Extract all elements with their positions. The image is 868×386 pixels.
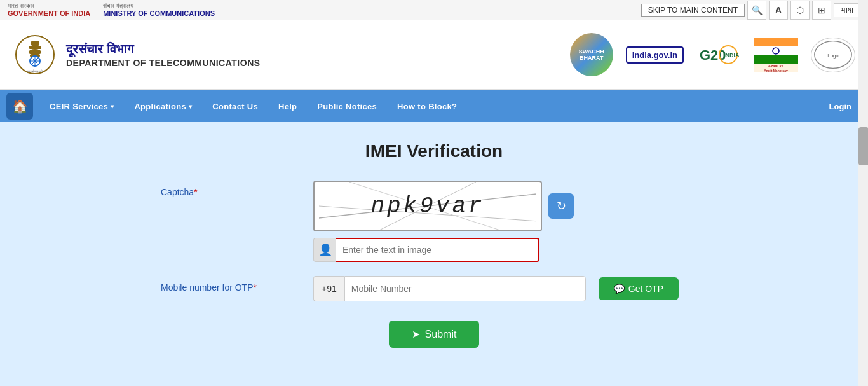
svg-text:Amrit Mahotsav: Amrit Mahotsav [764, 69, 788, 72]
captcha-row: Captcha* npk9var ↻ [161, 181, 707, 262]
nav-how-to-block[interactable]: How to Block? [387, 90, 467, 122]
site-header: सत्यमेव जयते दूरसंचार विभाग DEPARTMENT O… [0, 20, 868, 90]
captcha-text-input[interactable] [336, 238, 539, 262]
submit-section: ➤ Submit [161, 321, 707, 348]
svg-text:सत्यमेव जयते: सत्यमेव जयते [26, 69, 42, 73]
gov-bar-left: भारत सरकार GOVERNMENT OF INDIA संचार मंत… [8, 3, 215, 17]
dept-english-name: DEPARTMENT OF TELECOMMUNICATIONS [66, 57, 261, 69]
person-icon: 👤 [313, 238, 336, 262]
home-nav-btn[interactable]: 🏠 [6, 93, 33, 120]
dept-hindi-name: दूरसंचार विभाग [66, 41, 261, 57]
govt-emblem: सत्यमेव जयते [13, 32, 57, 77]
captcha-value: npk9var [370, 193, 484, 219]
scrollbar-track[interactable] [858, 0, 868, 386]
nav-help[interactable]: Help [268, 90, 307, 122]
imei-form: Captcha* npk9var ↻ [161, 181, 707, 348]
mobile-number-input[interactable] [344, 276, 586, 301]
captcha-input-wrapper: 👤 [313, 238, 539, 262]
scrollbar-thumb[interactable] [858, 127, 868, 165]
mobile-input-section: +91 [313, 276, 586, 301]
g20-logo: G20 INDIA [696, 38, 741, 72]
ministry-text: संचार मंत्रालय MINISTRY OF COMMUNICATION… [103, 3, 215, 17]
ceir-dropdown-arrow: ▾ [111, 103, 114, 110]
bhasha-btn[interactable]: भाषा [834, 3, 860, 17]
skip-to-main[interactable]: SKIP TO MAIN CONTENT [641, 4, 745, 17]
main-content: IMEI Verification Captcha* npk9var [0, 122, 868, 386]
gov-bar-right: SKIP TO MAIN CONTENT 🔍 A ⬡ ⊞ भाषा [641, 1, 860, 20]
nav-applications[interactable]: Applications ▾ [124, 90, 202, 122]
mobile-row: Mobile number for OTP* +91 💬 Get OTP [161, 276, 707, 301]
captcha-input-row: 👤 [313, 238, 574, 262]
captcha-refresh-btn[interactable]: ↻ [548, 193, 574, 219]
india-gov-logo: india.gov.in [626, 46, 684, 64]
captcha-image-section: npk9var ↻ [313, 181, 574, 231]
mobile-controls: +91 💬 Get OTP [313, 276, 679, 301]
chat-icon: 💬 [614, 284, 625, 294]
nav-public-notices[interactable]: Public Notices [307, 90, 387, 122]
font-size-btn[interactable]: A [769, 1, 788, 20]
gov-bar: भारत सरकार GOVERNMENT OF INDIA संचार मंत… [0, 0, 868, 20]
captcha-label: Captcha* [161, 181, 313, 197]
share-icon-btn[interactable]: ⬡ [790, 1, 810, 20]
get-otp-btn[interactable]: 💬 Get OTP [599, 277, 679, 300]
gov-india-label: GOVERNMENT OF INDIA [8, 10, 90, 17]
nav-ceir-services[interactable]: CEIR Services ▾ [39, 90, 124, 122]
azadi-logo: Azadi ka Amrit Mahotsav [754, 38, 798, 72]
gov-india-text: भारत सरकार GOVERNMENT OF INDIA [8, 3, 90, 17]
extra-logo: Logo [811, 38, 855, 72]
svg-rect-18 [754, 55, 798, 64]
search-icon-btn[interactable]: 🔍 [747, 1, 766, 20]
ministry-label: MINISTRY OF COMMUNICATIONS [103, 10, 215, 17]
refresh-icon: ↻ [557, 199, 566, 213]
sitemap-icon-btn[interactable]: ⊞ [812, 1, 831, 20]
nav-contact-us[interactable]: Contact Us [202, 90, 268, 122]
page-title: IMEI Verification [13, 141, 855, 162]
svg-rect-1 [31, 41, 39, 46]
captcha-image-box: npk9var [313, 181, 542, 231]
svg-rect-2 [29, 46, 41, 49]
partner-logos: SWACHHBHARAT india.gov.in G20 INDIA [570, 33, 855, 76]
header-brand: सत्यमेव जयते दूरसंचार विभाग DEPARTMENT O… [13, 32, 261, 77]
send-icon: ➤ [412, 328, 420, 340]
nav-login-btn[interactable]: Login [819, 102, 862, 111]
country-code: +91 [313, 276, 344, 301]
captcha-controls: npk9var ↻ 👤 [313, 181, 574, 262]
submit-btn[interactable]: ➤ Submit [389, 321, 480, 348]
dept-name: दूरसंचार विभाग DEPARTMENT OF TELECOMMUNI… [66, 41, 261, 69]
svg-text:Azadi ka: Azadi ka [768, 64, 784, 68]
mobile-label: Mobile number for OTP* [161, 276, 313, 293]
svg-text:Logo: Logo [827, 52, 838, 58]
swachh-bharat-logo: SWACHHBHARAT [570, 33, 613, 76]
svg-point-3 [29, 49, 41, 55]
svg-rect-16 [754, 38, 798, 46]
nav-items-list: CEIR Services ▾ Applications ▾ Contact U… [39, 90, 819, 122]
apps-dropdown-arrow: ▾ [189, 103, 192, 110]
svg-text:INDIA: INDIA [724, 52, 740, 59]
main-nav: 🏠 CEIR Services ▾ Applications ▾ Contact… [0, 90, 868, 122]
